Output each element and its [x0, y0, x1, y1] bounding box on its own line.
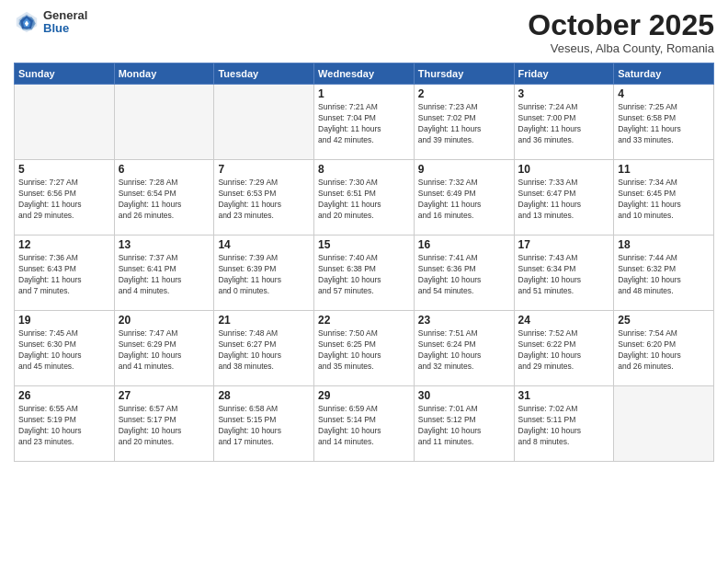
logo-icon [14, 9, 40, 35]
day-number: 20 [119, 314, 210, 327]
day-number: 23 [418, 314, 510, 327]
calendar-cell: 23Sunrise: 7:51 AM Sunset: 6:24 PM Dayli… [414, 311, 514, 386]
calendar-cell: 8Sunrise: 7:30 AM Sunset: 6:51 PM Daylig… [314, 160, 415, 236]
calendar-cell: 3Sunrise: 7:24 AM Sunset: 7:00 PM Daylig… [514, 85, 614, 160]
calendar-cell: 28Sunrise: 6:58 AM Sunset: 5:15 PM Dayli… [214, 386, 314, 462]
day-number: 1 [318, 87, 410, 100]
day-info: Sunrise: 6:58 AM Sunset: 5:15 PM Dayligh… [218, 404, 310, 448]
day-info: Sunrise: 7:29 AM Sunset: 6:53 PM Dayligh… [218, 178, 310, 222]
calendar-cell: 22Sunrise: 7:50 AM Sunset: 6:25 PM Dayli… [314, 311, 415, 386]
day-number: 29 [318, 389, 410, 402]
day-info: Sunrise: 7:45 AM Sunset: 6:30 PM Dayligh… [18, 328, 110, 373]
day-number: 11 [618, 163, 710, 176]
calendar-cell: 9Sunrise: 7:32 AM Sunset: 6:49 PM Daylig… [414, 160, 514, 236]
day-info: Sunrise: 7:25 AM Sunset: 6:58 PM Dayligh… [618, 102, 710, 146]
day-number: 31 [518, 389, 610, 402]
calendar-week-0: 1Sunrise: 7:21 AM Sunset: 7:04 PM Daylig… [15, 85, 714, 160]
day-info: Sunrise: 7:21 AM Sunset: 7:04 PM Dayligh… [318, 102, 410, 146]
day-info: Sunrise: 7:52 AM Sunset: 6:22 PM Dayligh… [518, 328, 610, 373]
calendar-cell: 5Sunrise: 7:27 AM Sunset: 6:56 PM Daylig… [15, 160, 115, 236]
day-info: Sunrise: 7:34 AM Sunset: 6:45 PM Dayligh… [618, 178, 710, 222]
day-info: Sunrise: 7:48 AM Sunset: 6:27 PM Dayligh… [218, 328, 310, 373]
calendar-cell: 12Sunrise: 7:36 AM Sunset: 6:43 PM Dayli… [15, 236, 115, 311]
logo-text: General Blue [43, 9, 87, 36]
calendar-cell: 20Sunrise: 7:47 AM Sunset: 6:29 PM Dayli… [114, 311, 214, 386]
day-number: 26 [18, 389, 110, 402]
calendar-cell: 16Sunrise: 7:41 AM Sunset: 6:36 PM Dayli… [414, 236, 514, 311]
day-number: 22 [318, 314, 410, 327]
day-info: Sunrise: 7:47 AM Sunset: 6:29 PM Dayligh… [119, 328, 210, 373]
calendar-cell: 29Sunrise: 6:59 AM Sunset: 5:14 PM Dayli… [314, 386, 415, 462]
day-info: Sunrise: 7:40 AM Sunset: 6:38 PM Dayligh… [318, 253, 410, 297]
day-number: 17 [518, 238, 610, 251]
day-number: 12 [18, 238, 110, 251]
calendar-cell: 30Sunrise: 7:01 AM Sunset: 5:12 PM Dayli… [414, 386, 514, 462]
calendar-cell [114, 85, 214, 160]
day-number: 10 [518, 163, 610, 176]
day-info: Sunrise: 7:43 AM Sunset: 6:34 PM Dayligh… [518, 253, 610, 297]
calendar-cell: 27Sunrise: 6:57 AM Sunset: 5:17 PM Dayli… [114, 386, 214, 462]
page: General Blue October 2025 Veseus, Alba C… [0, 0, 728, 563]
day-number: 21 [218, 314, 310, 327]
day-info: Sunrise: 7:37 AM Sunset: 6:41 PM Dayligh… [119, 253, 210, 297]
day-info: Sunrise: 7:23 AM Sunset: 7:02 PM Dayligh… [418, 102, 510, 146]
calendar-cell: 15Sunrise: 7:40 AM Sunset: 6:38 PM Dayli… [314, 236, 415, 311]
calendar-cell: 31Sunrise: 7:02 AM Sunset: 5:11 PM Dayli… [514, 386, 614, 462]
day-number: 3 [518, 87, 610, 100]
calendar-cell [15, 85, 115, 160]
calendar-cell: 14Sunrise: 7:39 AM Sunset: 6:39 PM Dayli… [214, 236, 314, 311]
day-info: Sunrise: 7:51 AM Sunset: 6:24 PM Dayligh… [418, 328, 510, 373]
day-info: Sunrise: 7:27 AM Sunset: 6:56 PM Dayligh… [18, 178, 110, 222]
calendar-cell: 6Sunrise: 7:28 AM Sunset: 6:54 PM Daylig… [114, 160, 214, 236]
calendar-cell: 25Sunrise: 7:54 AM Sunset: 6:20 PM Dayli… [614, 311, 714, 386]
calendar-cell: 18Sunrise: 7:44 AM Sunset: 6:32 PM Dayli… [614, 236, 714, 311]
day-info: Sunrise: 7:30 AM Sunset: 6:51 PM Dayligh… [318, 178, 410, 222]
day-number: 6 [119, 163, 210, 176]
col-header-monday: Monday [114, 63, 214, 85]
day-info: Sunrise: 7:41 AM Sunset: 6:36 PM Dayligh… [418, 253, 510, 297]
calendar-week-3: 19Sunrise: 7:45 AM Sunset: 6:30 PM Dayli… [15, 311, 714, 386]
day-number: 16 [418, 238, 510, 251]
title-block: October 2025 Veseus, Alba County, Romani… [528, 9, 714, 55]
day-number: 28 [218, 389, 310, 402]
month-title: October 2025 [528, 9, 714, 41]
day-number: 30 [418, 389, 510, 402]
day-number: 18 [618, 238, 710, 251]
day-number: 7 [218, 163, 310, 176]
col-header-saturday: Saturday [614, 63, 714, 85]
calendar-cell: 13Sunrise: 7:37 AM Sunset: 6:41 PM Dayli… [114, 236, 214, 311]
day-number: 8 [318, 163, 410, 176]
calendar-cell [614, 386, 714, 462]
day-number: 27 [119, 389, 210, 402]
col-header-friday: Friday [514, 63, 614, 85]
day-number: 4 [618, 87, 710, 100]
calendar-cell: 19Sunrise: 7:45 AM Sunset: 6:30 PM Dayli… [15, 311, 115, 386]
day-number: 13 [119, 238, 210, 251]
day-info: Sunrise: 7:50 AM Sunset: 6:25 PM Dayligh… [318, 328, 410, 373]
day-info: Sunrise: 7:32 AM Sunset: 6:49 PM Dayligh… [418, 178, 510, 222]
day-number: 19 [18, 314, 110, 327]
calendar-week-2: 12Sunrise: 7:36 AM Sunset: 6:43 PM Dayli… [15, 236, 714, 311]
day-info: Sunrise: 7:36 AM Sunset: 6:43 PM Dayligh… [18, 253, 110, 297]
calendar-header-row: SundayMondayTuesdayWednesdayThursdayFrid… [15, 63, 714, 85]
day-info: Sunrise: 6:59 AM Sunset: 5:14 PM Dayligh… [318, 404, 410, 448]
day-info: Sunrise: 7:24 AM Sunset: 7:00 PM Dayligh… [518, 102, 610, 146]
calendar-table: SundayMondayTuesdayWednesdayThursdayFrid… [14, 63, 714, 462]
logo: General Blue [14, 9, 87, 36]
day-info: Sunrise: 7:33 AM Sunset: 6:47 PM Dayligh… [518, 178, 610, 222]
day-info: Sunrise: 7:02 AM Sunset: 5:11 PM Dayligh… [518, 404, 610, 448]
calendar-cell: 4Sunrise: 7:25 AM Sunset: 6:58 PM Daylig… [614, 85, 714, 160]
col-header-tuesday: Tuesday [214, 63, 314, 85]
col-header-thursday: Thursday [414, 63, 514, 85]
calendar-cell: 2Sunrise: 7:23 AM Sunset: 7:02 PM Daylig… [414, 85, 514, 160]
day-info: Sunrise: 7:01 AM Sunset: 5:12 PM Dayligh… [418, 404, 510, 448]
header: General Blue October 2025 Veseus, Alba C… [14, 9, 714, 55]
calendar-cell: 1Sunrise: 7:21 AM Sunset: 7:04 PM Daylig… [314, 85, 415, 160]
day-number: 25 [618, 314, 710, 327]
calendar-cell: 17Sunrise: 7:43 AM Sunset: 6:34 PM Dayli… [514, 236, 614, 311]
calendar-cell: 10Sunrise: 7:33 AM Sunset: 6:47 PM Dayli… [514, 160, 614, 236]
calendar-cell: 11Sunrise: 7:34 AM Sunset: 6:45 PM Dayli… [614, 160, 714, 236]
day-number: 9 [418, 163, 510, 176]
day-info: Sunrise: 7:54 AM Sunset: 6:20 PM Dayligh… [618, 328, 710, 373]
day-info: Sunrise: 7:28 AM Sunset: 6:54 PM Dayligh… [119, 178, 210, 222]
